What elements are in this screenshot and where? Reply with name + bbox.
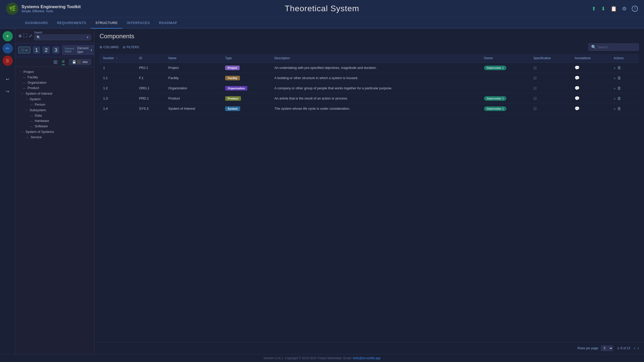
tree-item-system-of-systems[interactable]: − System of Systems [15, 129, 94, 134]
help-icon[interactable]: ? [632, 6, 638, 12]
col-actions[interactable]: Actions [610, 54, 639, 63]
collapse-icon[interactable]: ⊗ [18, 33, 22, 38]
components-title: Components [100, 33, 639, 40]
add-button[interactable]: + [3, 31, 13, 41]
tree-label-subsystem: Subsystem [30, 108, 46, 112]
col-specification[interactable]: Specification [530, 54, 571, 63]
footer-email[interactable]: hello@se-toolkit.app [353, 356, 381, 360]
cell-spec-0[interactable]: ☑ [530, 63, 571, 73]
xlsx-button[interactable]: 💾 ⬛ .xlsx [69, 59, 91, 65]
layer-button[interactable]: ⬡ ∞ [18, 47, 30, 53]
diagram-view-icon[interactable]: ⊞ [53, 59, 58, 65]
anno-icon-3[interactable]: 💬 [575, 96, 580, 101]
tree-item-data[interactable]: — Data [15, 113, 94, 118]
cell-anno-1[interactable]: 💬 [571, 73, 610, 83]
cell-anno-0[interactable]: 💬 [571, 63, 610, 73]
expand-row-icon-0[interactable]: » [614, 66, 616, 70]
tree-toggle-sos[interactable]: − [20, 130, 25, 134]
nav-requirements[interactable]: REQUIREMENTS [53, 17, 91, 29]
cell-anno-2[interactable]: 💬 [571, 83, 610, 93]
undo-button[interactable]: ↩ [3, 74, 13, 84]
table-header-row: Number ↑ ID Name Type Description Owner … [100, 54, 639, 63]
spec-icon-0[interactable]: ☑ [533, 66, 537, 70]
table-search-input[interactable] [598, 45, 636, 49]
tree-item-service[interactable]: — Service [15, 134, 94, 140]
table-search[interactable]: 🔍 [588, 43, 639, 51]
level-2-button[interactable]: 2 [43, 46, 50, 54]
col-description[interactable]: Description [271, 54, 480, 63]
delete-row-icon-4[interactable]: 🗑 [617, 106, 621, 111]
compress-icon[interactable]: ⤢ [29, 33, 32, 38]
spec-icon-1[interactable]: ☑ [533, 76, 537, 80]
delete-row-icon-2[interactable]: 🗑 [617, 86, 621, 91]
type-badge-2: Organization [225, 86, 247, 91]
search-input[interactable] [42, 35, 86, 39]
nav-structure[interactable]: STRUCTURE [91, 17, 122, 29]
tree-item-system-of-interest[interactable]: − System of Interest [15, 91, 94, 96]
nav-roadmap[interactable]: ROADMAP [154, 17, 182, 29]
expand-row-icon-4[interactable]: » [614, 107, 616, 111]
col-annotations[interactable]: Annotations [571, 54, 610, 63]
cell-spec-1[interactable]: ☑ [530, 73, 571, 83]
columns-label: COLUMNS [103, 45, 119, 49]
columns-button[interactable]: ⊞ COLUMNS [100, 45, 119, 49]
delete-row-icon-0[interactable]: 🗑 [617, 66, 621, 70]
tree-item-organization[interactable]: — Organization [15, 80, 94, 85]
tree-item-hardware[interactable]: — Hardware [15, 118, 94, 123]
upload-icon[interactable]: ⬆ [592, 6, 596, 12]
cell-spec-2[interactable]: ☑ [530, 83, 571, 93]
cell-anno-3[interactable]: 💬 [571, 93, 610, 104]
next-page-button[interactable]: › [638, 346, 639, 351]
delete-row-icon-1[interactable]: 🗑 [617, 76, 621, 80]
tree-item-project[interactable]: − Project [15, 69, 94, 74]
delete-row-icon-3[interactable]: 🗑 [617, 96, 621, 101]
level-1-button[interactable]: 1 [33, 46, 40, 54]
delete-button[interactable]: 🗑 [3, 56, 13, 66]
col-id[interactable]: ID [136, 54, 165, 63]
cell-spec-3[interactable]: ☑ [530, 93, 571, 104]
cell-anno-4[interactable]: 💬 [571, 104, 610, 114]
file-icon[interactable]: 📋 [611, 6, 617, 12]
col-type[interactable]: Type [222, 54, 271, 63]
tree-item-facility[interactable]: — Facility [15, 74, 94, 80]
tree-item-product[interactable]: — Product [15, 85, 94, 91]
spec-icon-4[interactable]: ☑ [533, 107, 537, 111]
anno-icon-2[interactable]: 💬 [575, 86, 580, 90]
tree-toggle-system[interactable]: − [25, 97, 29, 101]
tree-item-software[interactable]: — Software [15, 123, 94, 129]
tree-item-person[interactable]: — Person [15, 102, 94, 107]
spec-icon-3[interactable]: ☑ [533, 96, 537, 101]
anno-icon-4[interactable]: 💬 [575, 106, 580, 111]
filters-button[interactable]: ⊟ FILTERS [123, 45, 139, 49]
nav-interfaces[interactable]: INTERFACES [122, 17, 154, 29]
spec-icon-2[interactable]: ☑ [533, 86, 537, 90]
expand-row-icon-1[interactable]: » [614, 76, 616, 80]
nav-dashboard[interactable]: DASHBOARD [20, 17, 53, 29]
expand-row-icon-2[interactable]: » [614, 86, 616, 90]
search-dropdown-icon[interactable]: ▼ [86, 36, 89, 39]
search-input-wrap[interactable]: 🔍 ▼ [34, 34, 91, 40]
anno-icon-1[interactable]: 💬 [575, 76, 580, 80]
edit-button[interactable]: ✏ [3, 43, 13, 54]
anno-icon-0[interactable]: 💬 [575, 66, 580, 70]
list-view-icon[interactable]: ≡ [62, 59, 65, 65]
download-icon[interactable]: ⬇ [601, 6, 605, 12]
col-number[interactable]: Number ↑ [100, 54, 136, 63]
tree-item-subsystem[interactable]: − Subsystem [15, 107, 94, 113]
col-owner[interactable]: Owner [480, 54, 530, 63]
tree-toggle-project[interactable]: − [18, 70, 22, 74]
col-name[interactable]: Name [165, 54, 222, 63]
level-3-button[interactable]: 3 [52, 46, 59, 54]
cell-spec-4[interactable]: ☑ [530, 104, 571, 114]
rows-per-page-select[interactable]: 5 10 25 [601, 345, 613, 351]
redo-button[interactable]: ↪ [3, 86, 13, 96]
expand-icon[interactable]: ⛶ [23, 33, 27, 38]
tree-toggle-soi[interactable]: − [20, 91, 25, 95]
tree-toggle-subsystem[interactable]: − [25, 108, 29, 112]
element-labels-dropdown[interactable]: Element labels Element type ▼ [62, 45, 95, 55]
settings-icon[interactable]: ⚙ [622, 6, 627, 12]
expand-row-icon-3[interactable]: » [614, 96, 616, 101]
element-labels-arrow[interactable]: ▼ [90, 49, 93, 52]
prev-page-button[interactable]: ‹ [634, 346, 635, 351]
tree-item-system[interactable]: − System [15, 96, 94, 102]
